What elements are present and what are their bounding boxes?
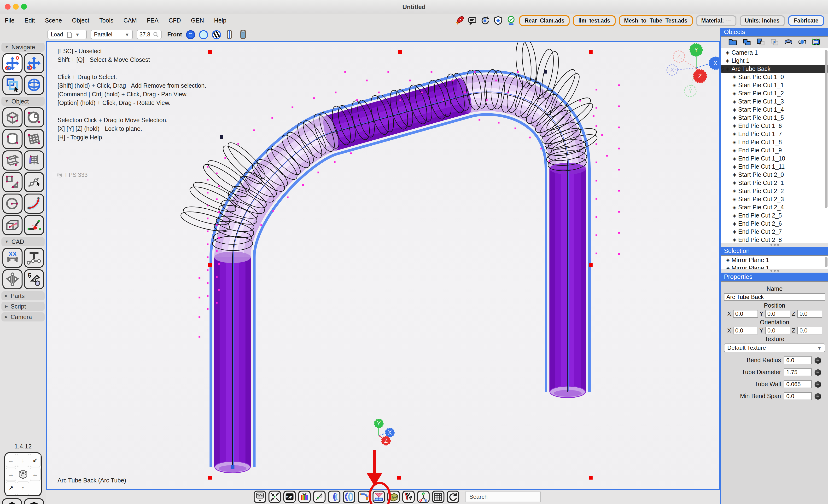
search-input[interactable]: [465, 492, 541, 502]
nav-orbit-button[interactable]: [24, 75, 44, 95]
boolean-subtract-icon[interactable]: [756, 38, 765, 47]
file-tab-button[interactable]: llm_test.ads: [573, 15, 616, 26]
render-preview-button[interactable]: [254, 491, 266, 503]
tree-item[interactable]: ◈Start Pie Cut 1_1: [721, 81, 828, 89]
section-header-object[interactable]: ▼Object: [1, 97, 45, 106]
check-approve-icon[interactable]: [506, 16, 516, 26]
menu-scene[interactable]: Scene: [45, 17, 62, 24]
tree-item[interactable]: ◈End Pie Cut 1_11: [721, 163, 828, 171]
obj-lathe-button[interactable]: [24, 150, 44, 171]
view-arrow-button[interactable]: ↗: [5, 482, 16, 495]
menu-help[interactable]: Help: [214, 17, 226, 24]
tube-section-button[interactable]: [343, 491, 355, 503]
view-cube-widget[interactable]: ←↓↙→←↗↑: [4, 452, 42, 496]
cad-tnodes-button[interactable]: [24, 248, 44, 268]
nav-pan-button[interactable]: [2, 53, 22, 73]
menu-cam[interactable]: CAM: [123, 17, 137, 24]
boolean-intersect-icon[interactable]: [770, 38, 779, 47]
section-header-parts[interactable]: ▶Parts: [1, 291, 45, 301]
tree-item[interactable]: ◈Start Pie Cut 1_4: [721, 105, 828, 113]
axis-input-x[interactable]: [733, 327, 758, 334]
section-header-script[interactable]: ▶Script: [1, 302, 45, 311]
material-button[interactable]: Material: ---: [696, 15, 736, 26]
load-dropdown[interactable]: Load ▼: [47, 30, 87, 39]
file-tab-button[interactable]: Mesh_to_Tube_Test.ads: [619, 15, 693, 26]
menu-object[interactable]: Object: [72, 17, 89, 24]
axis-input-y[interactable]: [765, 327, 790, 334]
menu-fea[interactable]: FEA: [147, 17, 159, 24]
bend-arc-button[interactable]: [328, 491, 340, 503]
tree-item[interactable]: ◈Start Pie Cut 1_0: [721, 73, 828, 81]
view-arrow-button[interactable]: ←: [30, 468, 41, 481]
rotate-object-icon[interactable]: [798, 38, 807, 47]
wireframe-view-icon[interactable]: [199, 30, 208, 39]
parameter-knob[interactable]: [815, 357, 821, 363]
view-arrow-button[interactable]: ↓: [17, 453, 29, 467]
selection-scrollbar[interactable]: [825, 257, 828, 267]
tree-item[interactable]: ◈End Pie Cut 2_8: [721, 236, 828, 243]
tree-item[interactable]: ◈Light 1: [721, 56, 828, 65]
pie-cut-button[interactable]: [373, 491, 385, 503]
axis-input-x[interactable]: [733, 310, 758, 318]
tree-item[interactable]: ◈Camera 1: [721, 48, 828, 56]
obj-beam-button[interactable]: [2, 150, 22, 171]
menu-cfd[interactable]: CFD: [169, 17, 181, 24]
tree-item[interactable]: ◈End Pie Cut 1_10: [721, 154, 828, 163]
file-tab-button[interactable]: Rear_Clam.ads: [519, 15, 570, 26]
texture-dropdown[interactable]: Default Texture ▼: [724, 343, 825, 352]
menu-file[interactable]: File: [5, 17, 14, 24]
view-arrow-button[interactable]: ←: [5, 453, 16, 467]
selection-item[interactable]: ◈Mirror Plane 1: [721, 264, 828, 269]
cad-bench-button[interactable]: XX: [2, 248, 22, 268]
comment-icon[interactable]: [467, 16, 477, 26]
viewport-3d[interactable]: ZXYYXZYXZ [ESC] - UnselectShift + [Q] - …: [46, 41, 720, 490]
menu-edit[interactable]: Edit: [25, 17, 35, 24]
view-arrow-button[interactable]: →: [5, 468, 16, 481]
tree-item[interactable]: ◈Start Pie Cut 1_5: [721, 113, 828, 122]
obj-bend-button[interactable]: [24, 193, 44, 214]
refresh-button[interactable]: [447, 491, 459, 503]
parameter-input[interactable]: [784, 357, 812, 364]
tree-item[interactable]: ◈End Pie Cut 1_6: [721, 122, 828, 130]
menu-gen[interactable]: GEN: [191, 17, 204, 24]
obj-grid-button[interactable]: [24, 129, 44, 149]
shield-star-icon[interactable]: [493, 16, 503, 26]
panel-resize-handle[interactable]: [721, 269, 828, 273]
parameter-knob[interactable]: [815, 393, 821, 399]
obj-tube-button[interactable]: [2, 215, 22, 235]
parameter-knob[interactable]: [815, 369, 821, 375]
zoom-value-field[interactable]: 37.8: [137, 30, 162, 39]
tube-line-view-icon[interactable]: [224, 30, 234, 39]
tree-item[interactable]: ◈Start Pie Cut 2_4: [721, 203, 828, 211]
obj-weld-button[interactable]: [24, 215, 44, 235]
tree-item[interactable]: ◈Start Pie Cut 2_0: [721, 171, 828, 179]
axis-triad-button[interactable]: YZX: [417, 491, 429, 503]
fit-view-button[interactable]: [268, 491, 281, 503]
sync-icon[interactable]: [481, 16, 490, 26]
section-header-cad[interactable]: ▼CAD: [1, 237, 45, 246]
menu-tools[interactable]: Tools: [99, 17, 113, 24]
parameter-input[interactable]: [784, 380, 812, 388]
obj-cube-button[interactable]: [2, 107, 22, 128]
obj-polyline-button[interactable]: [24, 172, 44, 192]
bounding-box-icon[interactable]: [812, 38, 821, 47]
tree-item[interactable]: ◈End Pie Cut 1_8: [721, 138, 828, 146]
shaded-view-icon[interactable]: [186, 30, 195, 39]
tree-item[interactable]: ◈Start Pie Cut 2_1: [721, 179, 828, 187]
panel-resize-handle[interactable]: [721, 243, 828, 247]
obj-polygon-button[interactable]: [2, 172, 22, 192]
section-header-navigate[interactable]: ▼Navigate: [1, 43, 45, 52]
tree-item[interactable]: ◈End Pie Cut 2_5: [721, 211, 828, 219]
measure-button[interactable]: [313, 491, 326, 503]
parameter-knob[interactable]: [815, 381, 821, 387]
tree-item[interactable]: ◈Start Pie Cut 1_3: [721, 97, 828, 105]
units-button[interactable]: Units: inches: [740, 15, 785, 26]
zebra-view-icon[interactable]: [212, 30, 221, 39]
tree-item[interactable]: ▽◈Arc Tube Back: [721, 65, 828, 73]
parameter-input[interactable]: [784, 368, 812, 376]
nav-move-button[interactable]: [24, 53, 44, 73]
name-input[interactable]: [724, 293, 825, 301]
expand-caret-icon[interactable]: ▽: [721, 66, 726, 71]
tree-item[interactable]: ◈End Pie Cut 1_7: [721, 130, 828, 138]
grid-button[interactable]: [432, 491, 445, 503]
